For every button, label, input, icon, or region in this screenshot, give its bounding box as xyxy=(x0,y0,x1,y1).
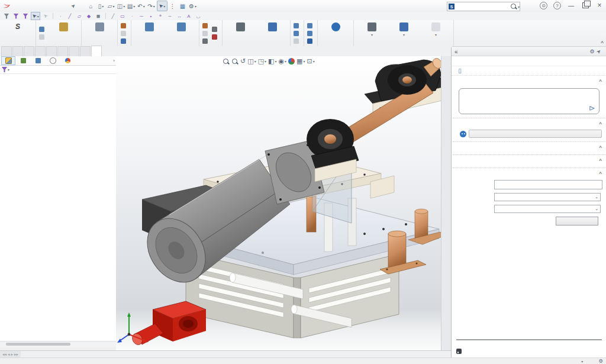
model-bearings[interactable] xyxy=(307,57,441,182)
filter-wizard-icon[interactable] xyxy=(21,12,30,20)
tab-leo-ai[interactable] xyxy=(80,46,91,56)
pilotassembly-button[interactable] xyxy=(201,22,211,30)
mycadtools-button[interactable] xyxy=(320,21,352,33)
new-document-icon[interactable]: ▯▾ xyxy=(96,1,106,11)
smartbom-button[interactable] xyxy=(165,21,197,33)
search-scope-caret[interactable]: ▾ xyxy=(518,5,520,9)
tree-filter-icon[interactable] xyxy=(2,67,7,72)
panel-pin-icon[interactable]: ➤ xyxy=(595,48,602,55)
menu-edycja[interactable] xyxy=(27,5,36,7)
toggle-selection-filters-icon[interactable] xyxy=(2,12,11,20)
clonecomponents-button[interactable] xyxy=(83,21,115,33)
tab-propertymanager[interactable] xyxy=(16,56,30,65)
search-button[interactable] xyxy=(556,217,598,226)
graphics-viewport[interactable]: ↺◫▾◳▾◧▾◉▾▦▾⊡▾ xyxy=(116,56,441,350)
collapse-section-icon[interactable]: ^ xyxy=(599,79,602,84)
status-gear-icon[interactable]: ⚙ xyxy=(598,358,603,364)
tree-filter-row[interactable]: ▾ xyxy=(0,66,116,74)
collapse-section-icon[interactable]: ^ xyxy=(599,171,602,176)
home-icon[interactable]: ⌂ xyxy=(86,1,96,11)
user-account-icon[interactable]: ⊙ xyxy=(540,2,547,9)
colorchart-button[interactable] xyxy=(120,22,129,30)
section-mycadtools-header[interactable]: ^ xyxy=(452,118,606,128)
bomcomponents-button[interactable] xyxy=(120,37,129,45)
visiativ-dashboard-link[interactable] xyxy=(456,349,602,354)
save-icon[interactable]: ◫▾ xyxy=(117,1,126,11)
collapse-section-icon[interactable]: ^ xyxy=(599,121,602,127)
undo-icon[interactable]: ↶▾ xyxy=(137,1,146,11)
filter-sketch-points-icon[interactable]: ∙ xyxy=(128,12,136,20)
datarecovery-button[interactable] xyxy=(292,30,302,37)
projectmanager-button[interactable] xyxy=(133,21,165,33)
question-input[interactable]: ⊳ xyxy=(459,88,599,114)
tab-uk-ad[interactable] xyxy=(12,46,23,56)
smartdrawings-button[interactable] xyxy=(306,22,315,30)
send-question-icon[interactable]: ⊳ xyxy=(589,104,595,112)
xpress-products-icon[interactable]: ⋮ xyxy=(168,1,178,11)
collapse-panel-icon[interactable]: « xyxy=(454,49,458,55)
tab-dodatki-solidworks[interactable] xyxy=(57,46,68,56)
tab-featuremanager[interactable] xyxy=(1,56,15,65)
panel-options-icon[interactable]: ⚙ xyxy=(589,49,594,54)
filter-solid-bodies-icon[interactable]: ◼ xyxy=(94,12,102,20)
filter-vertices-icon[interactable]: ∙ xyxy=(56,12,65,20)
tolerances-button[interactable] xyxy=(211,33,220,41)
filter-axes-icon[interactable]: ╱ xyxy=(109,12,117,20)
batchproperties-button[interactable] xyxy=(292,22,302,30)
tab-dimxpertmanager[interactable] xyxy=(46,56,60,65)
smartproperties-button[interactable]: S xyxy=(2,21,34,33)
redo-icon[interactable]: ↷▾ xyxy=(147,1,156,11)
section-find-header[interactable]: ^ xyxy=(452,168,606,178)
easyprint-button[interactable] xyxy=(201,37,211,45)
close-button[interactable]: × xyxy=(595,1,604,9)
3dspaceexplorer-button[interactable] xyxy=(306,37,315,45)
filter-weld-beads-icon[interactable]: ◡ xyxy=(194,12,202,20)
value-input[interactable] xyxy=(494,180,602,189)
filter-dimensions-icon[interactable]: ↔ xyxy=(175,12,183,20)
powerprint-button[interactable] xyxy=(306,30,315,37)
integration-button[interactable] xyxy=(224,21,256,33)
print-icon[interactable]: ▤▾ xyxy=(127,1,136,11)
filter-planes-icon[interactable]: ▭ xyxy=(118,12,127,20)
filter-surface-bodies-icon[interactable]: ◆ xyxy=(85,12,93,20)
filter-edges-icon[interactable]: ╱ xyxy=(66,12,74,20)
tab-z-o-enie[interactable] xyxy=(1,46,12,56)
file-type-select[interactable]: ⌄ xyxy=(494,193,601,201)
values-analyzed-select[interactable]: ⌄ xyxy=(494,205,601,213)
menu-widok[interactable] xyxy=(36,5,44,7)
composer-icon[interactable]: ▦ xyxy=(178,1,188,11)
filter-faces-icon[interactable]: ▱ xyxy=(75,12,83,20)
mycadtools-launch-button[interactable] xyxy=(469,130,602,138)
expand-panel-icon[interactable]: › xyxy=(113,58,115,63)
cuttingoptimization-button[interactable] xyxy=(47,21,79,33)
tab-solidworks-pdm[interactable] xyxy=(69,46,79,56)
select-icon[interactable]: ➤▾ xyxy=(31,12,40,20)
select-icon[interactable]: ➤▾ xyxy=(157,1,167,11)
design-tools-button[interactable]: ▾ xyxy=(388,21,420,37)
pin-menu-icon[interactable]: ➤ xyxy=(70,2,77,9)
menu-narz-dzia[interactable] xyxy=(52,5,60,7)
search-scope-icon[interactable]: S xyxy=(449,4,454,9)
open-icon[interactable]: ▱▾ xyxy=(107,1,116,11)
driveassembly-button[interactable] xyxy=(211,25,220,33)
batchconverter-button[interactable] xyxy=(256,21,288,33)
menu-okno[interactable] xyxy=(60,5,69,7)
collapse-section-icon[interactable]: ^ xyxy=(599,158,602,163)
help-icon[interactable]: ? xyxy=(553,2,561,9)
filter-annotations-icon[interactable]: A xyxy=(185,12,193,20)
minimize-button[interactable]: — xyxy=(567,1,575,9)
menu-plik[interactable] xyxy=(19,5,27,7)
units-caret[interactable]: ▾ xyxy=(581,359,583,363)
filter-sketch-segments-icon[interactable]: ─ xyxy=(137,12,146,20)
tree-scroll-thumb[interactable] xyxy=(6,343,70,346)
options-icon[interactable]: ⚙▾ xyxy=(188,1,198,11)
tab-configurationmanager[interactable] xyxy=(31,56,45,65)
filter-centerlines-icon[interactable]: ╌ xyxy=(166,12,174,20)
invert-selection-icon[interactable]: ➤ xyxy=(41,12,50,20)
collapse-section-icon[interactable]: ^ xyxy=(599,145,602,150)
filter-center-marks-icon[interactable]: ⌖ xyxy=(156,12,165,20)
reference-tools-button[interactable]: ▾ xyxy=(356,21,388,37)
3d-model[interactable] xyxy=(116,56,441,350)
tab-oce[interactable] xyxy=(46,46,57,56)
section-help-header[interactable]: ^ xyxy=(452,142,606,152)
